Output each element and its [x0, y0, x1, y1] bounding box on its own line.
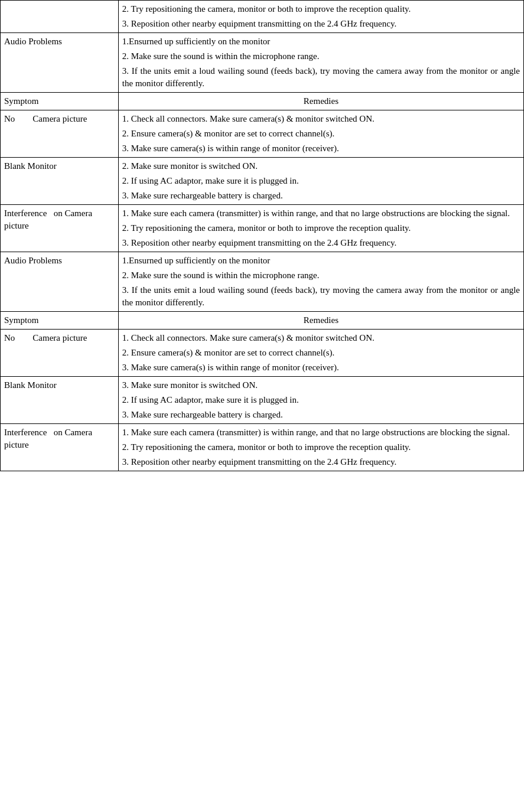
table-row: Blank Monitor2. Make sure monitor is swi…	[1, 158, 524, 205]
remedy-text: 3. Make sure camera(s) is within range o…	[122, 142, 520, 155]
remedy-text: 1. Make sure each camera (transmitter) i…	[122, 207, 520, 220]
remedy-cell: 2. Make sure monitor is switched ON.2. I…	[118, 158, 523, 205]
symptom-cell: Blank Monitor	[1, 158, 119, 205]
remedy-text: 2. Make sure monitor is switched ON.	[122, 160, 520, 172]
remedy-text: 3. Make sure rechargeable battery is cha…	[122, 409, 520, 421]
symptom-cell: No Camera picture	[1, 110, 119, 158]
header-row: SymptomRemedies	[1, 312, 524, 330]
symptom-cell: Interference on Camera picture	[1, 424, 119, 471]
remedy-text: 1.Ensurned up sufficiently on the monito…	[122, 35, 520, 48]
remedy-cell: 2. Try repositioning the camera, monitor…	[118, 1, 523, 33]
remedy-text: 2. If using AC adaptor, make sure it is …	[122, 175, 520, 187]
remedy-text: 2. Try repositioning the camera, monitor…	[122, 222, 520, 234]
table-row: Audio Problems1.Ensurned up sufficiently…	[1, 33, 524, 93]
remedy-text: 3. If the units emit a loud wailing soun…	[122, 284, 520, 309]
remedy-header: Remedies	[118, 312, 523, 330]
remedy-text: 3. Make sure monitor is switched ON.	[122, 379, 520, 392]
troubleshooting-table: 2. Try repositioning the camera, monitor…	[0, 0, 524, 471]
remedy-cell: 1. Check all connectors. Make sure camer…	[118, 110, 523, 158]
remedy-text: 3. Make sure camera(s) is within range o…	[122, 361, 520, 374]
remedy-text: 2. If using AC adaptor, make sure it is …	[122, 394, 520, 406]
symptom-cell	[1, 1, 119, 33]
remedy-text: 2. Try repositioning the camera, monitor…	[122, 441, 520, 454]
symptom-header: Symptom	[1, 312, 119, 330]
remedy-text: 1. Make sure each camera (transmitter) i…	[122, 426, 520, 439]
table-row: Audio Problems1.Ensurned up sufficiently…	[1, 252, 524, 312]
table-row: 2. Try repositioning the camera, monitor…	[1, 1, 524, 33]
remedy-text: 2. Try repositioning the camera, monitor…	[122, 3, 520, 15]
symptom-cell: Audio Problems	[1, 252, 119, 312]
remedy-text: 2. Ensure camera(s) & monitor are set to…	[122, 347, 520, 359]
remedy-cell: 1.Ensurned up sufficiently on the monito…	[118, 252, 523, 312]
remedy-text: 3. Reposition other nearby equipment tra…	[122, 18, 520, 30]
remedy-cell: 1. Make sure each camera (transmitter) i…	[118, 424, 523, 471]
remedy-text: 3. If the units emit a loud wailing soun…	[122, 65, 520, 90]
remedy-text: 3. Make sure rechargeable battery is cha…	[122, 190, 520, 202]
remedy-text: 3. Reposition other nearby equipment tra…	[122, 237, 520, 249]
symptom-cell: Audio Problems	[1, 33, 119, 93]
remedy-text: 2. Ensure camera(s) & monitor are set to…	[122, 128, 520, 140]
symptom-cell: Interference on Camera picture	[1, 205, 119, 252]
remedy-text: 1. Check all connectors. Make sure camer…	[122, 332, 520, 344]
remedy-cell: 1.Ensurned up sufficiently on the monito…	[118, 33, 523, 93]
remedy-cell: 1. Make sure each camera (transmitter) i…	[118, 205, 523, 252]
symptom-cell: Blank Monitor	[1, 377, 119, 424]
header-row: SymptomRemedies	[1, 93, 524, 110]
remedy-text: 2. Make sure the sound is within the mic…	[122, 269, 520, 282]
table-row: Interference on Camera picture1. Make su…	[1, 205, 524, 252]
remedy-text: 1. Check all connectors. Make sure camer…	[122, 113, 520, 125]
table-row: Interference on Camera picture1. Make su…	[1, 424, 524, 471]
table-row: No Camera picture1. Check all connectors…	[1, 330, 524, 377]
table-row: No Camera picture1. Check all connectors…	[1, 110, 524, 158]
remedy-cell: 1. Check all connectors. Make sure camer…	[118, 330, 523, 377]
remedy-text: 1.Ensurned up sufficiently on the monito…	[122, 255, 520, 267]
table-row: Blank Monitor3. Make sure monitor is swi…	[1, 377, 524, 424]
remedy-cell: 3. Make sure monitor is switched ON.2. I…	[118, 377, 523, 424]
remedy-text: 2. Make sure the sound is within the mic…	[122, 50, 520, 63]
remedy-header: Remedies	[118, 93, 523, 110]
symptom-cell: No Camera picture	[1, 330, 119, 377]
symptom-header: Symptom	[1, 93, 119, 110]
remedy-text: 3. Reposition other nearby equipment tra…	[122, 456, 520, 468]
